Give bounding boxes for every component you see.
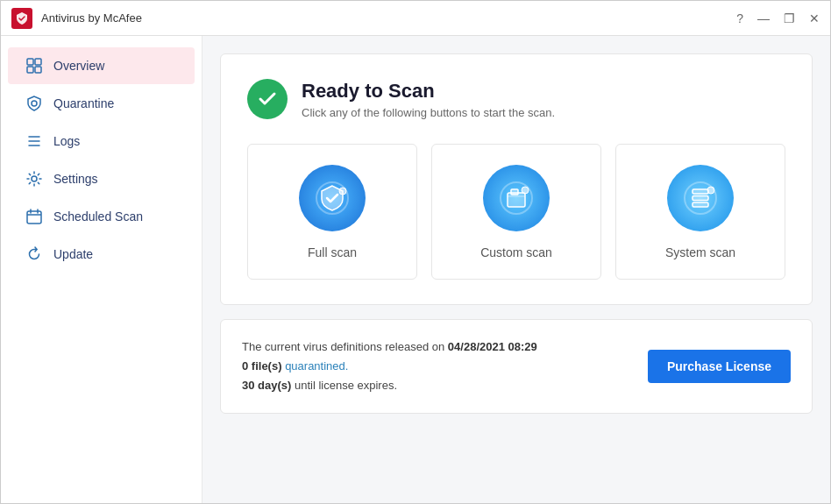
svg-rect-9 bbox=[27, 211, 41, 224]
sidebar-label-quarantine: Quarantine bbox=[53, 96, 114, 110]
scan-header: Ready to Scan Click any of the following… bbox=[247, 79, 785, 119]
sidebar: Overview Quarantine bbox=[1, 36, 202, 503]
purchase-license-button[interactable]: Purchase License bbox=[648, 350, 791, 383]
custom-scan-label: Custom scan bbox=[480, 245, 552, 259]
full-scan-icon bbox=[299, 165, 366, 231]
sidebar-label-logs: Logs bbox=[53, 134, 80, 148]
sidebar-label-overview: Overview bbox=[53, 59, 104, 73]
restore-button[interactable]: ❐ bbox=[784, 11, 795, 25]
shield-cross-icon bbox=[25, 95, 43, 112]
ready-check-circle bbox=[247, 79, 288, 119]
app-window: Antivirus by McAfee ? — ❐ ✕ Overview bbox=[0, 0, 831, 504]
sidebar-item-scheduled-scan[interactable]: Scheduled Scan bbox=[8, 198, 195, 235]
scan-panel: Ready to Scan Click any of the following… bbox=[220, 53, 813, 305]
gear-icon bbox=[25, 170, 43, 188]
custom-scan-icon bbox=[483, 165, 550, 231]
main-area: Overview Quarantine bbox=[1, 36, 830, 503]
titlebar: Antivirus by McAfee ? — ❐ ✕ bbox=[1, 1, 830, 36]
list-icon bbox=[25, 132, 43, 150]
scan-header-text: Ready to Scan Click any of the following… bbox=[302, 80, 555, 119]
window-title: Antivirus by McAfee bbox=[41, 11, 736, 25]
help-button[interactable]: ? bbox=[736, 11, 743, 25]
sidebar-label-update: Update bbox=[53, 247, 93, 261]
sidebar-label-settings: Settings bbox=[53, 172, 98, 186]
info-line3: 30 day(s) until license expires. bbox=[242, 376, 537, 395]
system-scan-label: System scan bbox=[665, 245, 735, 259]
minimize-button[interactable]: — bbox=[757, 11, 770, 25]
full-scan-card[interactable]: Full scan bbox=[247, 144, 417, 280]
svg-point-8 bbox=[32, 176, 37, 181]
svg-rect-2 bbox=[27, 67, 33, 73]
info-line1: The current virus definitions released o… bbox=[242, 337, 537, 357]
svg-rect-22 bbox=[692, 202, 708, 207]
refresh-icon bbox=[25, 245, 43, 263]
app-logo bbox=[11, 8, 32, 29]
sidebar-item-overview[interactable]: Overview bbox=[8, 47, 195, 84]
content-area: Ready to Scan Click any of the following… bbox=[202, 36, 830, 503]
svg-point-4 bbox=[32, 101, 37, 106]
sidebar-item-logs[interactable]: Logs bbox=[8, 123, 195, 160]
info-line2: 0 file(s) quarantined. bbox=[242, 357, 537, 376]
svg-rect-1 bbox=[35, 59, 41, 65]
system-scan-icon bbox=[667, 165, 734, 231]
custom-scan-card[interactable]: Custom scan bbox=[431, 144, 601, 280]
info-panel: The current virus definitions released o… bbox=[220, 319, 813, 414]
svg-point-23 bbox=[707, 187, 714, 194]
close-button[interactable]: ✕ bbox=[809, 11, 820, 25]
grid-icon bbox=[25, 57, 43, 75]
svg-rect-0 bbox=[27, 59, 33, 65]
svg-rect-21 bbox=[692, 195, 708, 200]
calendar-icon bbox=[25, 208, 43, 225]
sidebar-item-update[interactable]: Update bbox=[8, 236, 195, 273]
scan-options: Full scan Cus bbox=[247, 144, 785, 280]
sidebar-item-quarantine[interactable]: Quarantine bbox=[8, 85, 195, 122]
sidebar-label-scheduled-scan: Scheduled Scan bbox=[53, 209, 143, 224]
svg-rect-17 bbox=[511, 189, 518, 195]
info-text: The current virus definitions released o… bbox=[242, 337, 537, 395]
svg-rect-3 bbox=[35, 67, 41, 73]
scan-subtitle: Click any of the following buttons to st… bbox=[302, 106, 555, 119]
scan-title: Ready to Scan bbox=[302, 80, 555, 103]
svg-point-14 bbox=[339, 188, 346, 195]
svg-point-18 bbox=[522, 187, 529, 194]
full-scan-label: Full scan bbox=[308, 245, 357, 259]
sidebar-item-settings[interactable]: Settings bbox=[8, 160, 195, 197]
window-controls: ? — ❐ ✕ bbox=[736, 11, 820, 25]
svg-rect-20 bbox=[692, 189, 708, 194]
system-scan-card[interactable]: System scan bbox=[615, 144, 785, 280]
